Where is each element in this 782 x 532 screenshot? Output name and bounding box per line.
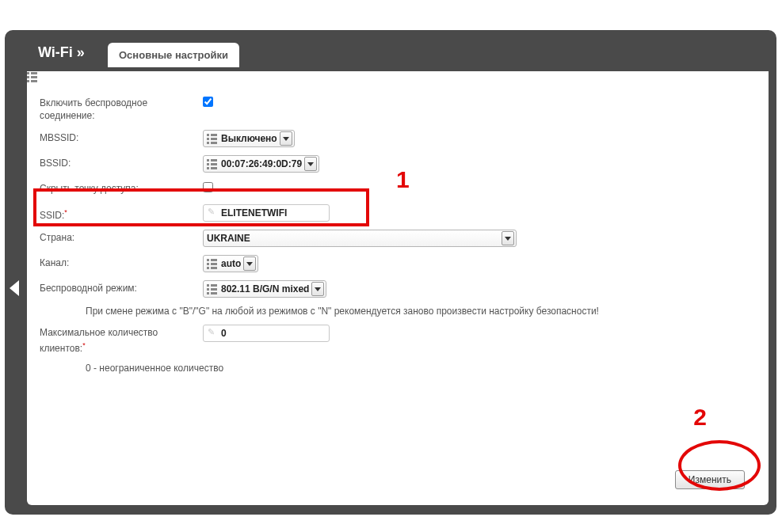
mode-change-hint: При смене режима с "B"/"G" на любой из р… (86, 306, 769, 317)
collapse-arrow-icon[interactable] (10, 280, 19, 296)
select-mbssid-value: Выключено (221, 133, 277, 144)
settings-panel: Включить беспроводное соединение: MBSSID… (27, 71, 769, 505)
required-asterisk: * (64, 208, 67, 216)
label-ssid: SSID:* (40, 204, 203, 222)
label-max-clients-text: Максимальное количество клиентов: (40, 327, 158, 354)
select-wireless-mode[interactable]: 802.11 B/G/N mixed (203, 280, 326, 298)
row-max-clients: Максимальное количество клиентов:* 0 (40, 325, 769, 355)
label-wireless-mode: Беспроводной режим: (40, 280, 203, 294)
submit-button[interactable]: Изменить (675, 470, 745, 489)
row-country: Страна: UKRAINE (40, 230, 769, 247)
select-channel[interactable]: auto (203, 255, 258, 272)
row-channel: Канал: auto (40, 255, 769, 272)
label-enable-wireless: Включить беспроводное соединение: (40, 95, 203, 122)
chevron-down-icon (311, 282, 324, 296)
label-mbssid: MBSSID: (40, 130, 203, 144)
row-mbssid: MBSSID: Выключено (40, 130, 769, 147)
chevron-down-icon (280, 131, 292, 146)
checkbox-enable-wireless[interactable] (203, 97, 213, 107)
annotation-number-2: 2 (693, 404, 707, 431)
row-bssid: BSSID: 00:07:26:49:0D:79 (40, 155, 769, 173)
header-strip: Wi-Fi » Основные настройки (5, 44, 776, 71)
label-max-clients: Максимальное количество клиентов:* (40, 325, 203, 355)
row-hide-ap: Скрыть точку доступа: (40, 180, 769, 196)
list-icon (207, 133, 218, 144)
outer-frame: Wi-Fi » Основные настройки Включить бесп… (5, 30, 776, 515)
input-ssid-value: ELITENETWIFI (221, 207, 287, 218)
max-clients-hint: 0 - неограниченное количество (86, 363, 769, 374)
pencil-icon (208, 208, 218, 218)
select-country-value: UKRAINE (207, 233, 250, 244)
label-bssid: BSSID: (40, 155, 203, 169)
row-ssid: SSID:* ELITENETWIFI (40, 204, 769, 222)
input-max-clients[interactable]: 0 (203, 325, 330, 342)
chevron-down-icon (304, 157, 317, 171)
label-hide-ap: Скрыть точку доступа: (40, 180, 203, 195)
select-mbssid[interactable]: Выключено (203, 130, 295, 147)
pencil-icon (208, 329, 218, 338)
select-wireless-mode-value: 802.11 B/G/N mixed (221, 283, 309, 294)
label-channel: Канал: (40, 255, 203, 269)
select-country[interactable]: UKRAINE (203, 230, 517, 247)
input-ssid[interactable]: ELITENETWIFI (203, 204, 330, 222)
select-bssid-value: 00:07:26:49:0D:79 (221, 158, 302, 169)
list-icon (207, 283, 218, 294)
list-icon (207, 158, 218, 169)
checkbox-hide-ap[interactable] (203, 182, 213, 192)
row-wireless-mode: Беспроводной режим: 802.11 B/G/N mixed (40, 280, 769, 298)
select-channel-value: auto (221, 258, 241, 269)
input-max-clients-value: 0 (221, 328, 227, 339)
chevron-down-icon (243, 256, 256, 271)
list-icon (207, 258, 218, 269)
row-enable-wireless: Включить беспроводное соединение: (40, 95, 769, 122)
chevron-down-icon (502, 231, 514, 245)
select-bssid[interactable]: 00:07:26:49:0D:79 (203, 155, 319, 173)
tab-main-settings[interactable]: Основные настройки (108, 43, 239, 67)
label-country: Страна: (40, 230, 203, 244)
page-title: Wi-Fi » (38, 44, 85, 61)
required-asterisk: * (82, 341, 86, 349)
label-ssid-text: SSID: (40, 210, 64, 221)
